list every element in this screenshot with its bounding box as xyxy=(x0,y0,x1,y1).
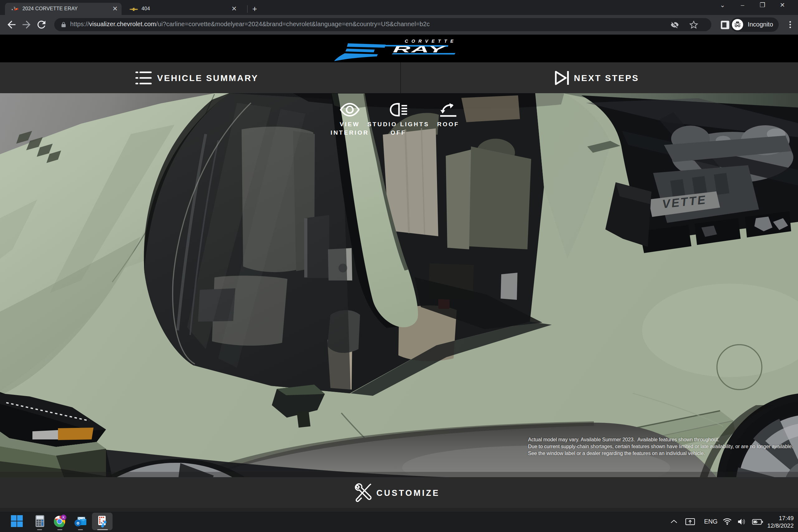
svg-text:K: K xyxy=(62,515,65,519)
svg-text:RAY: RAY xyxy=(393,44,446,55)
svg-text:CORVETTE: CORVETTE xyxy=(405,39,457,44)
svg-text:o: o xyxy=(77,520,79,526)
